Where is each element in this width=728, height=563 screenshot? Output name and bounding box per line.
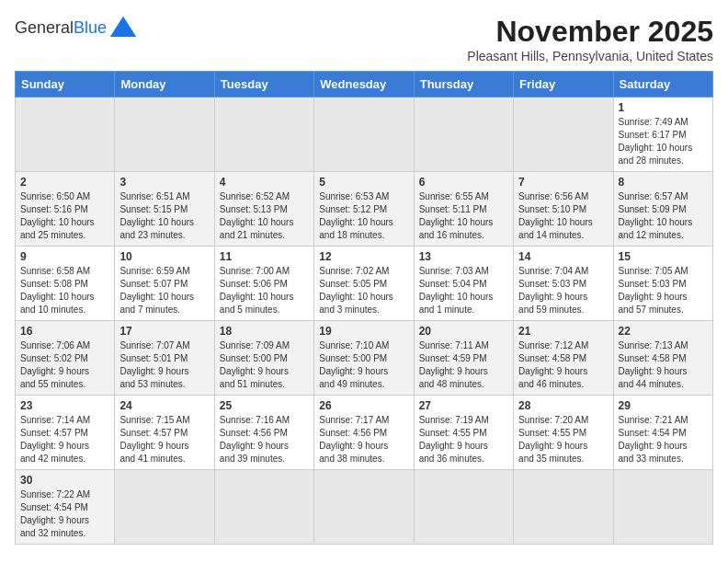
calendar-cell <box>314 98 414 172</box>
day-number: 10 <box>119 250 209 263</box>
calendar-cell <box>514 98 613 172</box>
cell-sun-info: Sunrise: 7:17 AM Sunset: 4:56 PM Dayligh… <box>319 414 408 465</box>
week-row-2: 2Sunrise: 6:50 AM Sunset: 5:16 PM Daylig… <box>16 172 713 247</box>
month-year: November 2025 <box>467 15 713 49</box>
calendar-cell <box>314 470 414 545</box>
day-number: 27 <box>419 399 508 412</box>
column-header-tuesday: Tuesday <box>214 72 313 98</box>
calendar-cell <box>414 98 513 172</box>
logo-blue: Blue <box>74 18 107 37</box>
cell-sun-info: Sunrise: 7:19 AM Sunset: 4:55 PM Dayligh… <box>419 414 508 465</box>
cell-sun-info: Sunrise: 7:09 AM Sunset: 5:00 PM Dayligh… <box>220 339 309 391</box>
calendar-cell: 1Sunrise: 7:49 AM Sunset: 6:17 PM Daylig… <box>613 98 712 172</box>
cell-sun-info: Sunrise: 7:13 AM Sunset: 4:58 PM Dayligh… <box>619 339 708 391</box>
calendar-cell: 4Sunrise: 6:52 AM Sunset: 5:13 PM Daylig… <box>214 172 313 247</box>
cell-sun-info: Sunrise: 7:03 AM Sunset: 5:04 PM Dayligh… <box>419 265 508 316</box>
cell-sun-info: Sunrise: 7:15 AM Sunset: 4:57 PM Dayligh… <box>119 414 209 465</box>
day-number: 7 <box>518 176 608 189</box>
cell-sun-info: Sunrise: 7:00 AM Sunset: 5:06 PM Dayligh… <box>220 265 309 316</box>
calendar-cell: 29Sunrise: 7:21 AM Sunset: 4:54 PM Dayli… <box>613 396 712 470</box>
day-number: 8 <box>619 176 708 189</box>
calendar-cell: 7Sunrise: 6:56 AM Sunset: 5:10 PM Daylig… <box>514 172 613 247</box>
day-number: 24 <box>119 399 209 412</box>
cell-sun-info: Sunrise: 6:56 AM Sunset: 5:10 PM Dayligh… <box>518 190 608 242</box>
day-number: 1 <box>619 101 708 114</box>
day-number: 20 <box>419 325 508 338</box>
calendar-cell: 23Sunrise: 7:14 AM Sunset: 4:57 PM Dayli… <box>16 396 115 470</box>
week-row-6: 30Sunrise: 7:22 AM Sunset: 4:54 PM Dayli… <box>16 470 713 545</box>
column-header-wednesday: Wednesday <box>314 72 414 98</box>
logo-triangle-icon <box>110 17 136 37</box>
logo: GeneralBlue <box>15 15 136 40</box>
cell-sun-info: Sunrise: 7:20 AM Sunset: 4:55 PM Dayligh… <box>518 414 608 465</box>
cell-sun-info: Sunrise: 7:04 AM Sunset: 5:03 PM Dayligh… <box>518 265 608 316</box>
column-header-monday: Monday <box>115 72 214 98</box>
calendar-body: 1Sunrise: 7:49 AM Sunset: 6:17 PM Daylig… <box>16 98 713 545</box>
day-number: 17 <box>119 325 209 338</box>
calendar-cell: 10Sunrise: 6:59 AM Sunset: 5:07 PM Dayli… <box>115 247 214 321</box>
calendar-cell: 27Sunrise: 7:19 AM Sunset: 4:55 PM Dayli… <box>414 396 513 470</box>
calendar-table: SundayMondayTuesdayWednesdayThursdayFrid… <box>15 71 713 545</box>
week-row-5: 23Sunrise: 7:14 AM Sunset: 4:57 PM Dayli… <box>16 396 713 470</box>
cell-sun-info: Sunrise: 6:52 AM Sunset: 5:13 PM Dayligh… <box>220 190 309 242</box>
day-number: 5 <box>319 176 408 189</box>
cell-sun-info: Sunrise: 7:07 AM Sunset: 5:01 PM Dayligh… <box>119 339 209 391</box>
day-number: 21 <box>518 325 608 338</box>
cell-sun-info: Sunrise: 6:50 AM Sunset: 5:16 PM Dayligh… <box>20 190 109 242</box>
calendar-cell <box>214 470 313 545</box>
calendar-cell <box>16 98 115 172</box>
calendar-cell <box>414 470 513 545</box>
calendar-cell: 6Sunrise: 6:55 AM Sunset: 5:11 PM Daylig… <box>414 172 513 247</box>
cell-sun-info: Sunrise: 7:10 AM Sunset: 5:00 PM Dayligh… <box>319 339 408 391</box>
day-number: 3 <box>119 176 209 189</box>
cell-sun-info: Sunrise: 6:57 AM Sunset: 5:09 PM Dayligh… <box>619 190 708 242</box>
cell-sun-info: Sunrise: 7:49 AM Sunset: 6:17 PM Dayligh… <box>619 116 708 167</box>
logo-general: General <box>15 18 74 37</box>
week-row-1: 1Sunrise: 7:49 AM Sunset: 6:17 PM Daylig… <box>16 98 713 172</box>
calendar-cell: 25Sunrise: 7:16 AM Sunset: 4:56 PM Dayli… <box>214 396 313 470</box>
day-number: 2 <box>20 176 109 189</box>
title-area: November 2025 Pleasant Hills, Pennsylvan… <box>467 15 713 63</box>
cell-sun-info: Sunrise: 6:58 AM Sunset: 5:08 PM Dayligh… <box>20 265 109 316</box>
calendar-cell: 5Sunrise: 6:53 AM Sunset: 5:12 PM Daylig… <box>314 172 414 247</box>
calendar-cell: 13Sunrise: 7:03 AM Sunset: 5:04 PM Dayli… <box>414 247 513 321</box>
calendar-cell: 15Sunrise: 7:05 AM Sunset: 5:03 PM Dayli… <box>613 247 712 321</box>
calendar-cell: 19Sunrise: 7:10 AM Sunset: 5:00 PM Dayli… <box>314 321 414 396</box>
cell-sun-info: Sunrise: 7:21 AM Sunset: 4:54 PM Dayligh… <box>619 414 708 465</box>
calendar-cell: 21Sunrise: 7:12 AM Sunset: 4:58 PM Dayli… <box>514 321 613 396</box>
day-number: 25 <box>220 399 309 412</box>
calendar-cell: 17Sunrise: 7:07 AM Sunset: 5:01 PM Dayli… <box>115 321 214 396</box>
column-header-friday: Friday <box>514 72 613 98</box>
day-number: 29 <box>619 399 708 412</box>
column-header-saturday: Saturday <box>613 72 712 98</box>
calendar-cell: 24Sunrise: 7:15 AM Sunset: 4:57 PM Dayli… <box>115 396 214 470</box>
svg-marker-1 <box>110 17 136 37</box>
day-number: 15 <box>619 250 708 263</box>
cell-sun-info: Sunrise: 6:51 AM Sunset: 5:15 PM Dayligh… <box>119 190 209 242</box>
cell-sun-info: Sunrise: 7:14 AM Sunset: 4:57 PM Dayligh… <box>20 414 109 465</box>
location: Pleasant Hills, Pennsylvania, United Sta… <box>467 49 713 63</box>
day-number: 4 <box>220 176 309 189</box>
calendar-cell: 20Sunrise: 7:11 AM Sunset: 4:59 PM Dayli… <box>414 321 513 396</box>
day-number: 9 <box>20 250 109 263</box>
day-number: 26 <box>319 399 408 412</box>
week-row-3: 9Sunrise: 6:58 AM Sunset: 5:08 PM Daylig… <box>16 247 713 321</box>
calendar-cell: 3Sunrise: 6:51 AM Sunset: 5:15 PM Daylig… <box>115 172 214 247</box>
calendar-cell: 26Sunrise: 7:17 AM Sunset: 4:56 PM Dayli… <box>314 396 414 470</box>
day-number: 13 <box>419 250 508 263</box>
cell-sun-info: Sunrise: 7:11 AM Sunset: 4:59 PM Dayligh… <box>419 339 508 391</box>
day-number: 30 <box>20 474 109 487</box>
calendar-cell: 22Sunrise: 7:13 AM Sunset: 4:58 PM Dayli… <box>613 321 712 396</box>
calendar-cell <box>115 470 214 545</box>
calendar-cell: 8Sunrise: 6:57 AM Sunset: 5:09 PM Daylig… <box>613 172 712 247</box>
day-number: 18 <box>220 325 309 338</box>
cell-sun-info: Sunrise: 6:53 AM Sunset: 5:12 PM Dayligh… <box>319 190 408 242</box>
day-number: 28 <box>518 399 608 412</box>
calendar-cell <box>214 98 313 172</box>
cell-sun-info: Sunrise: 7:05 AM Sunset: 5:03 PM Dayligh… <box>619 265 708 316</box>
day-number: 22 <box>619 325 708 338</box>
calendar-cell: 30Sunrise: 7:22 AM Sunset: 4:54 PM Dayli… <box>16 470 115 545</box>
calendar-cell: 2Sunrise: 6:50 AM Sunset: 5:16 PM Daylig… <box>16 172 115 247</box>
header-row: SundayMondayTuesdayWednesdayThursdayFrid… <box>16 72 713 98</box>
week-row-4: 16Sunrise: 7:06 AM Sunset: 5:02 PM Dayli… <box>16 321 713 396</box>
